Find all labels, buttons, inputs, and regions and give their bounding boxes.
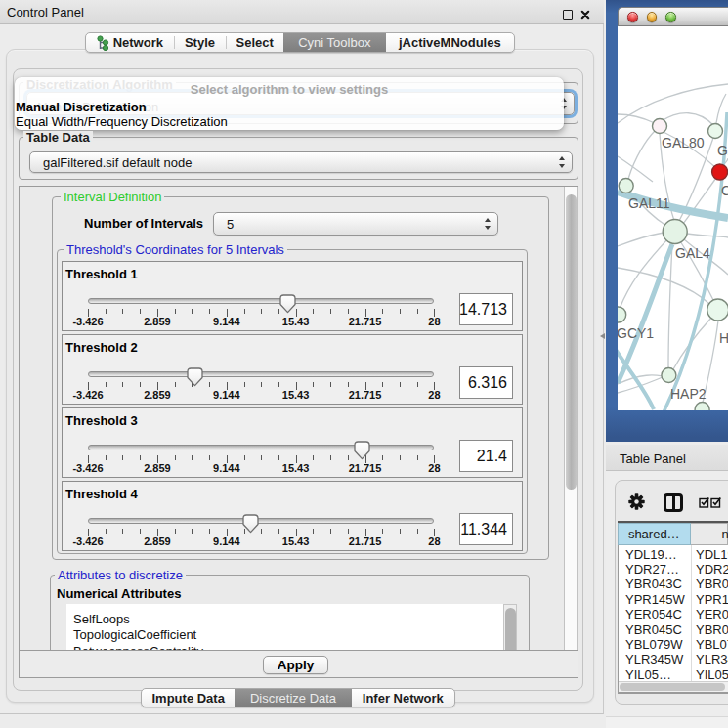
svg-text:GAL11: GAL11 bbox=[628, 195, 670, 211]
svg-text:GAL80: GAL80 bbox=[662, 135, 705, 150]
svg-text:GCY1: GCY1 bbox=[618, 325, 654, 341]
svg-text:GAL4: GAL4 bbox=[675, 245, 710, 261]
svg-text:CRP1: CRP1 bbox=[721, 183, 728, 198]
svg-text:HAP2: HAP2 bbox=[670, 386, 707, 402]
svg-text:HAP4: HAP4 bbox=[719, 330, 728, 346]
svg-text:GAL2: GAL2 bbox=[717, 143, 728, 158]
